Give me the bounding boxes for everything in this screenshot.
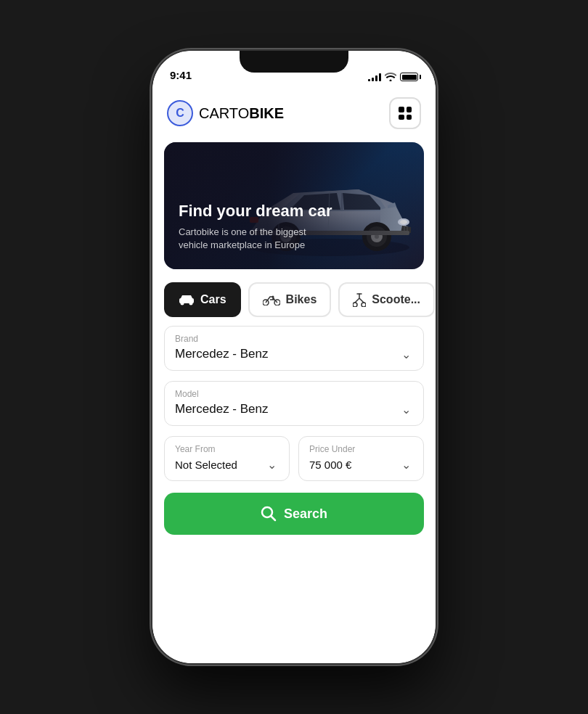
price-under-dropdown[interactable]: Price Under 75 000 € ⌄	[298, 436, 424, 481]
hero-text: Find your dream car Cartobike is one of …	[179, 202, 332, 252]
search-button-label: Search	[284, 506, 327, 522]
hero-subtitle: Cartobike is one of the biggest vehicle …	[179, 226, 309, 252]
bike-tab-icon	[263, 294, 280, 305]
year-from-value: Not Selected	[175, 459, 237, 471]
app-header: C CARTOBIKE	[152, 87, 436, 139]
model-label: Model	[175, 389, 413, 399]
svg-text:C: C	[176, 107, 184, 119]
brand-dropdown[interactable]: Brand Mercedez - Benz ⌄	[164, 326, 424, 371]
model-value: Mercedez - Benz	[175, 402, 269, 416]
logo-carto: CARTO	[199, 105, 249, 121]
search-icon	[261, 506, 277, 522]
battery-icon	[400, 73, 418, 81]
model-dropdown[interactable]: Model Mercedez - Benz ⌄	[164, 381, 424, 426]
logo-bike: BIKE	[249, 105, 284, 121]
tab-bikes-label: Bikes	[286, 293, 317, 306]
year-from-label: Year From	[175, 444, 279, 454]
signal-icon	[368, 73, 381, 81]
phone-frame: 9:41	[152, 51, 436, 663]
bottom-safe-area	[152, 549, 436, 564]
tab-scooters[interactable]: Scoote...	[338, 282, 435, 317]
hero-banner: Find your dream car Cartobike is one of …	[164, 142, 424, 269]
tab-cars[interactable]: Cars	[164, 282, 241, 317]
price-under-chevron-icon: ⌄	[399, 457, 413, 472]
phone-screen: 9:41	[152, 51, 436, 663]
wifi-icon	[385, 73, 396, 81]
scooter-tab-icon	[353, 292, 366, 307]
hero-title: Find your dream car	[179, 202, 332, 221]
svg-point-20	[181, 302, 184, 305]
svg-point-26	[362, 303, 366, 307]
svg-point-25	[353, 303, 357, 307]
app-content: C CARTOBIKE	[152, 87, 436, 663]
model-chevron-icon: ⌄	[399, 402, 413, 416]
menu-button[interactable]	[389, 97, 421, 129]
logo: C CARTOBIKE	[167, 100, 284, 126]
svg-point-21	[189, 302, 193, 305]
svg-line-28	[271, 516, 275, 520]
price-under-value: 75 000 €	[309, 459, 351, 471]
price-under-label: Price Under	[309, 444, 413, 454]
car-tab-icon	[179, 294, 195, 305]
category-tabs: Cars Bikes	[152, 269, 436, 326]
grid-icon	[399, 107, 412, 120]
brand-value: Mercedez - Benz	[175, 347, 269, 361]
year-from-dropdown[interactable]: Year From Not Selected ⌄	[164, 436, 290, 481]
status-time: 9:41	[170, 69, 192, 81]
status-icons	[368, 73, 418, 81]
tab-scooters-label: Scoote...	[372, 293, 420, 306]
logo-text: CARTOBIKE	[199, 105, 284, 122]
logo-icon: C	[167, 100, 193, 126]
search-button[interactable]: Search	[164, 493, 424, 535]
tab-cars-label: Cars	[200, 293, 226, 306]
svg-point-24	[271, 296, 274, 298]
phone-notch	[240, 51, 348, 73]
year-price-row: Year From Not Selected ⌄ Price Under 75 …	[164, 436, 424, 481]
search-form: Brand Mercedez - Benz ⌄ Model Mercedez -…	[152, 326, 436, 481]
brand-label: Brand	[175, 334, 413, 344]
year-from-chevron-icon: ⌄	[264, 457, 279, 472]
tab-bikes[interactable]: Bikes	[248, 282, 332, 317]
brand-chevron-icon: ⌄	[399, 347, 413, 361]
